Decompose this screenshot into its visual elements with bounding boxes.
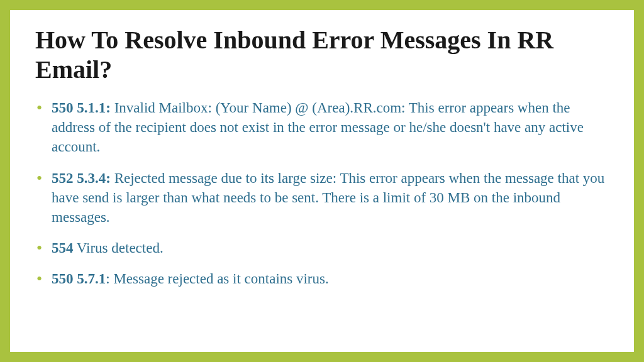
slide-content: How To Resolve Inbound Error Messages In… — [10, 10, 634, 352]
list-item: 552 5.3.4: Rejected message due to its l… — [35, 168, 609, 227]
list-item: 550 5.7.1: Message rejected as it contai… — [35, 269, 609, 288]
error-text: : Message rejected as it contains virus. — [106, 271, 328, 287]
error-text: Rejected message due to its large size: … — [52, 170, 604, 225]
error-code: 550 5.1.1: — [52, 100, 111, 116]
error-code: 552 5.3.4: — [52, 170, 111, 186]
slide-frame: How To Resolve Inbound Error Messages In… — [0, 0, 644, 362]
error-code: 550 5.7.1 — [52, 271, 106, 287]
list-item: 550 5.1.1: Invalid Mailbox: (Your Name) … — [35, 98, 609, 156]
bullet-list: 550 5.1.1: Invalid Mailbox: (Your Name) … — [35, 98, 609, 288]
error-text: Invalid Mailbox: (Your Name) @ (Area).RR… — [52, 100, 584, 155]
list-item: 554 Virus detected. — [35, 238, 609, 258]
error-text: Virus detected. — [74, 240, 164, 256]
slide-title: How To Resolve Inbound Error Messages In… — [35, 25, 609, 84]
error-code: 554 — [52, 240, 74, 256]
